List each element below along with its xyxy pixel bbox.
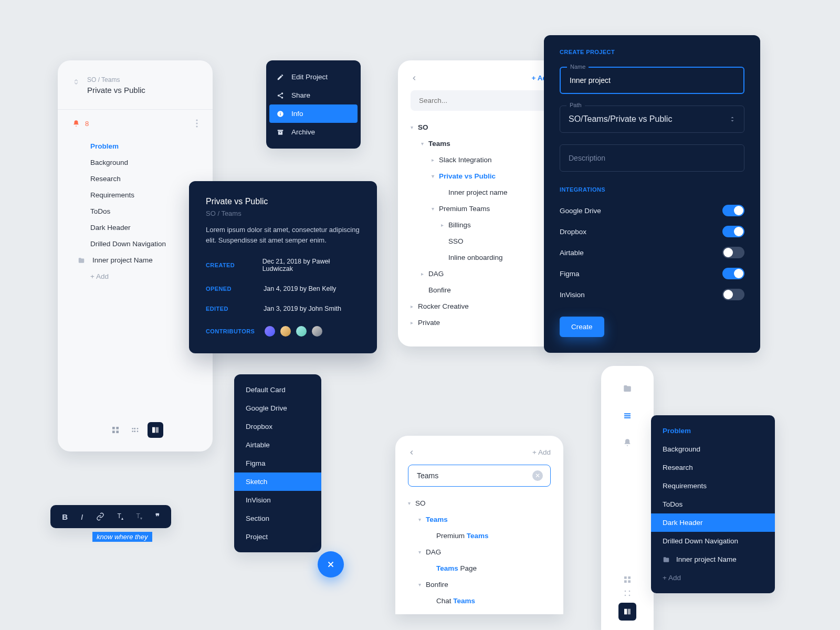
svg-rect-25	[628, 576, 631, 579]
view-grid-icon[interactable]	[108, 422, 123, 438]
type-option[interactable]: Project	[234, 528, 321, 546]
type-option[interactable]: Section	[234, 509, 321, 528]
tree-item[interactable]: ▾Bonfire	[408, 576, 551, 593]
create-button[interactable]: Create	[560, 317, 604, 337]
menu-edit[interactable]: Edit Project	[266, 68, 361, 86]
toggle[interactable]	[722, 247, 744, 258]
folder-icon[interactable]	[623, 384, 632, 393]
type-option[interactable]: InVision	[234, 491, 321, 509]
clear-icon[interactable]: ✕	[532, 470, 543, 481]
back-icon[interactable]	[408, 449, 415, 456]
tree-item[interactable]: ▾Private vs Public	[411, 168, 551, 184]
tree-item[interactable]: ▸Slack Integration	[411, 152, 551, 168]
tree-item[interactable]: ▾DAG	[408, 544, 551, 560]
notifications-badge[interactable]: 8	[72, 120, 89, 128]
back-icon[interactable]	[411, 75, 418, 82]
close-fab[interactable]	[318, 551, 344, 578]
view-dots-icon[interactable]	[128, 422, 143, 438]
tree-item[interactable]: Inline onboarding	[411, 249, 551, 266]
name-field[interactable]: Name	[560, 67, 744, 94]
tree-item[interactable]: Premium Teams	[408, 528, 551, 544]
toggle[interactable]	[722, 289, 744, 300]
svg-rect-6	[116, 430, 119, 433]
avatar[interactable]	[295, 325, 308, 338]
popup-item[interactable]: Dark Header	[651, 513, 775, 532]
search-active[interactable]: ✕	[408, 465, 551, 487]
tree-item[interactable]: ▸Private	[411, 314, 551, 331]
tree2-add-button[interactable]: + Add	[532, 448, 551, 456]
path-label: Path	[566, 102, 585, 108]
desc-field[interactable]: Description	[560, 144, 744, 172]
menu-share[interactable]: Share	[266, 86, 361, 104]
svg-point-17	[281, 97, 284, 99]
integration-name: Figma	[560, 270, 580, 278]
quote-icon[interactable]: ❞	[155, 512, 160, 521]
popup-folder[interactable]: Inner project Name	[651, 550, 775, 569]
create-project-panel: CREATE PROJECT Name Path SO/Teams/Privat…	[544, 35, 760, 353]
tree-item[interactable]: ▸Rocker Creative	[411, 298, 551, 314]
popup-item[interactable]: ToDos	[651, 495, 775, 513]
type-option[interactable]: Figma	[234, 454, 321, 472]
view-columns-icon[interactable]	[618, 603, 636, 621]
type-option[interactable]: Dropbox	[234, 417, 321, 436]
type-option[interactable]: Default Card	[234, 381, 321, 399]
popup-add[interactable]: + Add	[651, 569, 775, 587]
svg-rect-24	[624, 576, 627, 579]
popup-item[interactable]: Drilled Down Navigation	[651, 532, 775, 550]
tree-item[interactable]: ▸Billings	[411, 217, 551, 233]
svg-point-29	[629, 591, 631, 592]
link-icon[interactable]	[96, 512, 104, 521]
tree-item[interactable]: Inner project name	[411, 184, 551, 201]
more-icon[interactable]	[196, 119, 198, 128]
tree-item[interactable]: Bonfire	[411, 282, 551, 298]
integration-row: Google Drive	[560, 200, 744, 221]
popup-item[interactable]: Requirements	[651, 477, 775, 495]
menu-archive[interactable]: Archive	[266, 123, 361, 141]
path-field[interactable]: Path SO/Teams/Private vs Public	[560, 106, 744, 133]
format-toolbar: B I T▴ T▾ ❞	[50, 505, 171, 528]
sidebar-item[interactable]: Background	[58, 154, 213, 171]
text-size-up-icon[interactable]: T▴	[117, 512, 123, 521]
menu-icon[interactable]	[623, 411, 632, 421]
text-size-down-icon[interactable]: T▾	[136, 512, 142, 521]
svg-point-1	[196, 122, 197, 124]
tree-item[interactable]: Chat Teams	[408, 593, 551, 609]
sections-popup: ProblemBackgroundResearchRequirementsToD…	[651, 415, 775, 593]
type-option[interactable]: Airtable	[234, 436, 321, 454]
svg-point-0	[196, 119, 197, 121]
tree-item[interactable]: ▾Premium Teams	[411, 201, 551, 217]
tree-item[interactable]: ▾Teams	[411, 135, 551, 152]
bold-icon[interactable]: B	[62, 512, 68, 521]
sidebar-item[interactable]: Problem	[58, 138, 213, 154]
popup-item[interactable]: Research	[651, 458, 775, 477]
type-option[interactable]: Sketch	[234, 472, 321, 491]
bell-icon[interactable]	[623, 438, 632, 447]
type-option[interactable]: Google Drive	[234, 399, 321, 417]
avatar[interactable]	[279, 325, 292, 338]
search-input[interactable]	[411, 90, 551, 111]
tree-item[interactable]: SSO	[411, 233, 551, 249]
view-columns-icon[interactable]	[148, 422, 163, 438]
popup-item[interactable]: Problem	[651, 422, 775, 440]
tree-list: ▾SO▾Teams▸Slack Integration▾Private vs P…	[411, 119, 551, 331]
search-input-active[interactable]	[416, 471, 532, 480]
toggle[interactable]	[722, 268, 744, 279]
avatar[interactable]	[311, 325, 323, 338]
tree-item[interactable]: ▾SO	[408, 495, 551, 511]
menu-info[interactable]: Info	[269, 104, 358, 123]
chevron-updown-icon[interactable]	[729, 115, 736, 123]
popup-item[interactable]: Background	[651, 440, 775, 458]
avatar[interactable]	[264, 325, 276, 338]
toggle[interactable]	[722, 226, 744, 237]
name-input[interactable]	[569, 76, 736, 85]
create-title: CREATE PROJECT	[560, 49, 744, 55]
italic-icon[interactable]: I	[81, 512, 83, 521]
tree-item[interactable]: ▾SO	[411, 119, 551, 135]
view-grid-icon[interactable]	[623, 575, 632, 584]
sort-icon[interactable]	[72, 78, 80, 86]
tree-item[interactable]: ▸DAG	[411, 266, 551, 282]
toggle[interactable]	[722, 205, 744, 216]
tree-item[interactable]: ▾Teams	[408, 511, 551, 528]
view-dots-icon[interactable]	[623, 589, 632, 597]
tree-item[interactable]: Teams Page	[408, 560, 551, 576]
